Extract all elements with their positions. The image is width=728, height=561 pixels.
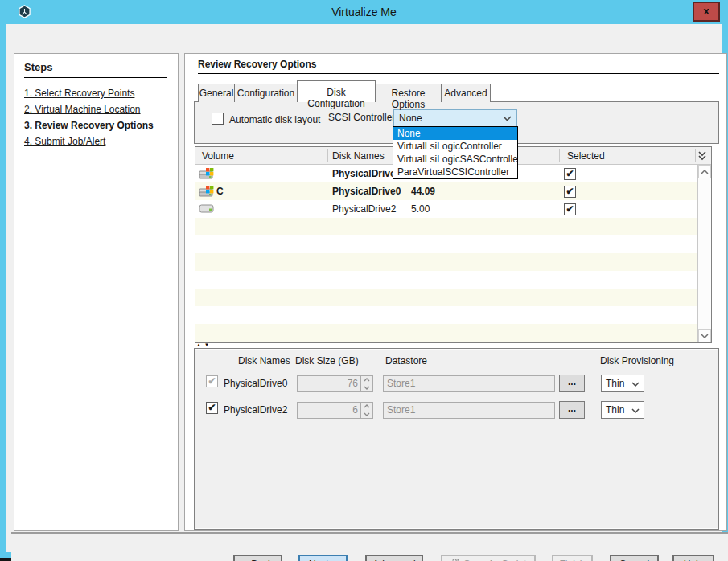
step-submit-job-alert[interactable]: 4. Submit Job/Alert	[24, 136, 105, 147]
close-button[interactable]: x	[693, 2, 720, 22]
plain-drive-icon	[199, 204, 215, 216]
footer-bar: < Back Next > Advanced Save As Script Fi…	[11, 532, 728, 561]
scsi-controller-label: SCSI Controller	[328, 112, 395, 123]
scroll-up-icon[interactable]	[698, 165, 711, 178]
option-none[interactable]: None	[393, 127, 517, 140]
row-selected-checkbox[interactable]	[564, 203, 576, 215]
column-separator	[327, 149, 328, 162]
provisioning-value: Thin	[606, 378, 631, 389]
browse-datastore-button[interactable]: ...	[559, 375, 585, 392]
main-panel: Review Recovery Options General Configur…	[184, 53, 727, 531]
disk-row-checkbox	[206, 375, 218, 387]
disk-name-label: PhysicalDrive2	[224, 404, 287, 416]
tab-general[interactable]: General	[198, 84, 235, 102]
header-disk-size: Disk Size (GB)	[295, 355, 359, 366]
tab-advanced[interactable]: Advanced	[441, 84, 491, 102]
spin-up-icon	[361, 376, 372, 384]
provisioning-value: Thin	[606, 404, 631, 416]
volume-table-body: PhysicalDrive0 C PhysicalDrive0 44.09	[195, 165, 697, 342]
tab-disk-configuration[interactable]: Disk Configuration	[297, 80, 376, 102]
spin-down-icon[interactable]	[361, 411, 372, 419]
chevron-down-icon	[631, 378, 640, 389]
column-separator	[695, 149, 696, 162]
scroll-down-icon[interactable]	[698, 329, 711, 342]
spinner-arrows[interactable]	[360, 403, 372, 418]
disk-settings-panel: Disk Names Disk Size (GB) Datastore Disk…	[194, 348, 719, 530]
steps-heading: Steps	[24, 61, 167, 78]
size-cell: 44.09	[411, 186, 435, 197]
table-row[interactable]: C PhysicalDrive0 44.09	[195, 182, 697, 200]
spin-down-icon	[361, 384, 372, 392]
advanced-button[interactable]: Advanced	[365, 555, 423, 561]
disk-name-cell: PhysicalDrive2	[332, 203, 396, 215]
titlebar: Virtualize Me x	[0, 0, 728, 24]
disk-size-spinner[interactable]: 6	[297, 402, 373, 419]
window-title: Virtualize Me	[0, 6, 728, 18]
tab-configuration[interactable]: Configuration	[234, 84, 298, 102]
spin-up-icon[interactable]	[361, 403, 372, 411]
option-para-virtual-scsi-controller[interactable]: ParaVirtualSCSIController	[393, 166, 517, 178]
disk-name-cell: PhysicalDrive0	[332, 168, 401, 179]
window-border-left	[0, 24, 6, 559]
disk-name-label: PhysicalDrive0	[224, 378, 287, 389]
table-row[interactable]: PhysicalDrive2 5.00	[195, 200, 697, 218]
row-selected-checkbox[interactable]	[564, 168, 576, 180]
next-button[interactable]: Next >	[298, 555, 348, 561]
virtualize-me-window: Virtualize Me x Steps 1. Select Recovery…	[0, 0, 728, 561]
column-volume: Volume	[202, 150, 234, 162]
scsi-controller-dropdown[interactable]: None	[393, 109, 517, 127]
save-as-script-button: Save As Script	[441, 555, 536, 561]
finish-button: Finish	[552, 555, 593, 561]
header-disk-provisioning: Disk Provisioning	[600, 355, 674, 366]
vertical-scrollbar[interactable]	[697, 165, 711, 342]
browse-datastore-button[interactable]: ...	[559, 401, 585, 419]
column-separator	[559, 149, 560, 162]
header-datastore: Datastore	[385, 355, 427, 366]
column-disk-names: Disk Names	[332, 150, 385, 162]
step-review-recovery-options: 3. Review Recovery Options	[24, 120, 154, 131]
script-icon	[450, 558, 460, 561]
step-virtual-machine-location[interactable]: 2. Virtual Machine Location	[24, 104, 141, 115]
datastore-field: Store1	[383, 375, 555, 392]
automatic-disk-layout-checkbox[interactable]	[212, 113, 224, 125]
tab-restore-options[interactable]: Restore Options	[375, 84, 442, 102]
column-selected: Selected	[567, 150, 605, 162]
chevron-down-icon	[631, 404, 640, 416]
disk-size-spinner: 76	[297, 375, 373, 392]
steps-panel: Steps 1. Select Recovery Points 2. Virtu…	[14, 53, 179, 531]
scsi-controller-option-list: None VirtualLsiLogicController VirtualLs…	[393, 126, 518, 179]
page-title: Review Recovery Options	[198, 59, 719, 74]
datastore-field: Store1	[383, 402, 555, 419]
volume-cell: C	[216, 186, 224, 197]
windows-drive-icon	[199, 185, 215, 200]
option-virtual-lsi-logic-controller[interactable]: VirtualLsiLogicController	[393, 140, 517, 153]
row-selected-checkbox[interactable]	[564, 186, 576, 198]
disk-name-cell: PhysicalDrive0	[332, 186, 401, 197]
disk-row-checkbox[interactable]	[206, 402, 218, 414]
disk-size-value: 6	[298, 403, 360, 418]
dialog-content: Steps 1. Select Recovery Points 2. Virtu…	[6, 24, 722, 552]
chevron-down-icon	[503, 113, 512, 124]
spinner-arrows	[360, 376, 372, 391]
column-chooser-icon[interactable]	[697, 149, 708, 162]
option-virtual-lsi-logic-sas-controller[interactable]: VirtualLsiLogicSASController	[393, 153, 517, 166]
header-disk-names: Disk Names	[238, 355, 290, 366]
disk-size-value: 76	[298, 376, 360, 391]
windows-drive-icon	[199, 167, 215, 182]
automatic-disk-layout-label: Automatic disk layout	[229, 114, 320, 125]
scsi-controller-value: None	[399, 113, 503, 124]
disk-provisioning-dropdown[interactable]: Thin	[601, 401, 644, 419]
size-cell: 5.00	[411, 203, 430, 215]
step-select-recovery-points[interactable]: 1. Select Recovery Points	[24, 88, 134, 99]
help-button[interactable]: Help	[672, 555, 714, 561]
back-button[interactable]: < Back	[233, 555, 282, 561]
disk-provisioning-dropdown[interactable]: Thin	[601, 375, 644, 392]
cancel-button[interactable]: Cancel	[610, 555, 659, 561]
